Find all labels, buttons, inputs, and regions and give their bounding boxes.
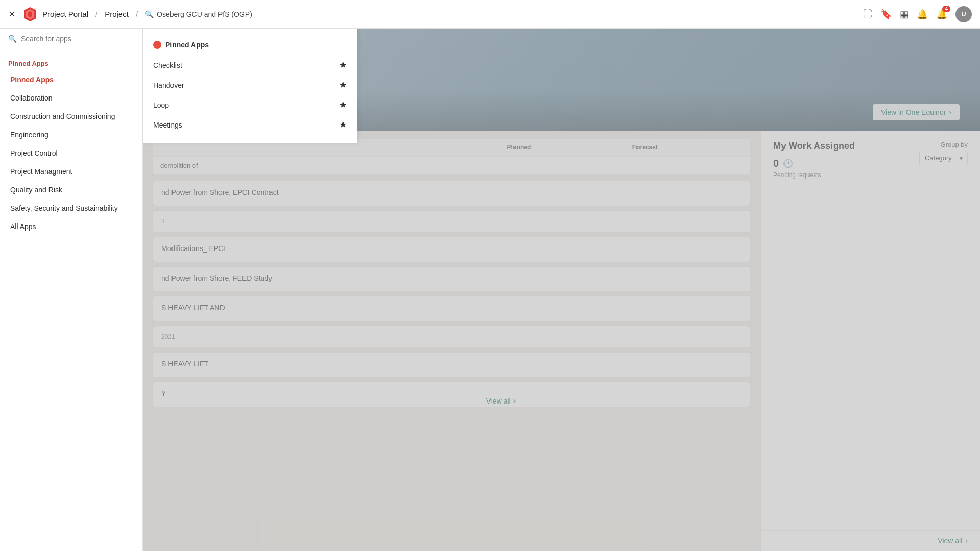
sidebar-item-engineering[interactable]: Engineering — [2, 126, 140, 144]
dropdown-item-handover[interactable]: Handover ★ — [143, 75, 357, 95]
project-label[interactable]: Project — [105, 10, 129, 18]
sidebar-item-construction[interactable]: Construction and Commissioning — [2, 107, 140, 126]
separator-1: / — [95, 10, 97, 18]
pinned-apps-dropdown: Pinned Apps Checklist ★ Handover ★ Loop … — [143, 29, 357, 143]
dropdown-item-label: Handover — [153, 81, 184, 89]
bell-icon[interactable]: 🔔 — [917, 9, 928, 20]
sidebar-search-icon: 🔍 — [8, 35, 17, 43]
sidebar: 🔍 Pinned Apps Pinned Apps Collaboration … — [0, 29, 143, 551]
notification-badge: 4 — [942, 6, 950, 12]
close-icon[interactable]: ✕ — [8, 9, 16, 20]
dropdown-section-title: Pinned Apps — [165, 41, 209, 49]
dropdown-section-header: Pinned Apps — [143, 37, 357, 55]
pin-icon — [153, 41, 161, 49]
header-right: ⛶ 🔖 ▦ 🔔 🔔 4 U — [863, 6, 972, 22]
star-icon-meetings[interactable]: ★ — [339, 120, 347, 130]
sidebar-item-all-apps[interactable]: All Apps — [2, 217, 140, 236]
fullscreen-icon[interactable]: ⛶ — [863, 9, 872, 19]
sidebar-item-safety[interactable]: Safety, Security and Sustainability — [2, 199, 140, 217]
dropdown-item-label: Meetings — [153, 121, 182, 129]
separator-2: / — [136, 10, 138, 18]
equinor-logo-icon — [22, 6, 38, 22]
sidebar-item-quality-risk[interactable]: Quality and Risk — [2, 181, 140, 199]
sidebar-item-pinned-apps[interactable]: Pinned Apps — [2, 70, 140, 89]
sidebar-item-collaboration[interactable]: Collaboration — [2, 89, 140, 107]
header: ✕ Project Portal / Project / 🔍 Oseberg G… — [0, 0, 980, 29]
star-icon-handover[interactable]: ★ — [339, 80, 347, 90]
header-search-icon: 🔍 — [145, 10, 154, 18]
search-input[interactable] — [21, 35, 134, 43]
project-search-area: 🔍 Oseberg GCU and PfS (OGP) — [145, 10, 252, 18]
app-logo[interactable]: Project Portal — [22, 6, 88, 22]
dropdown-item-checklist[interactable]: Checklist ★ — [143, 55, 357, 75]
portal-label: Project Portal — [42, 10, 88, 18]
alert-icon[interactable]: 🔔 4 — [936, 9, 947, 20]
user-avatar[interactable]: U — [955, 6, 972, 22]
project-search-text: Oseberg GCU and PfS (OGP) — [157, 10, 252, 18]
bookmark-icon[interactable]: 🔖 — [880, 9, 892, 20]
sidebar-pinned-label: Pinned Apps — [0, 54, 142, 70]
grid-icon[interactable]: ▦ — [900, 9, 909, 20]
sidebar-item-project-management[interactable]: Project Managment — [2, 162, 140, 181]
star-icon-loop[interactable]: ★ — [339, 100, 347, 110]
sidebar-nav: Pinned Apps Pinned Apps Collaboration Co… — [0, 49, 142, 240]
dropdown-item-label: Loop — [153, 101, 169, 109]
svg-marker-2 — [28, 11, 32, 17]
dropdown-item-meetings[interactable]: Meetings ★ — [143, 115, 357, 135]
sidebar-search-container: 🔍 — [0, 29, 142, 49]
star-icon-checklist[interactable]: ★ — [339, 60, 347, 70]
dropdown-item-label: Checklist — [153, 61, 182, 69]
main-wrapper: 🔍 Pinned Apps Pinned Apps Collaboration … — [0, 29, 980, 551]
dropdown-item-loop[interactable]: Loop ★ — [143, 95, 357, 115]
sidebar-item-project-control[interactable]: Project Control — [2, 144, 140, 162]
